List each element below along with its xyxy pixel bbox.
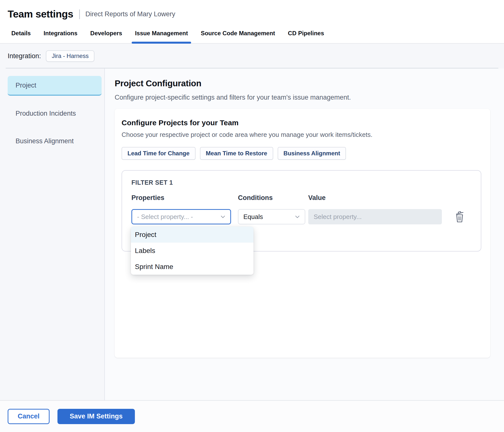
cancel-button[interactable]: Cancel bbox=[8, 409, 50, 424]
condition-select[interactable]: Equals bbox=[238, 209, 305, 224]
integration-chip[interactable]: Jira - Harness bbox=[46, 50, 94, 62]
chip-business-alignment[interactable]: Business Alignment bbox=[278, 147, 346, 160]
footer-bar: Cancel Save IM Settings bbox=[0, 400, 504, 432]
page-header: Team settings Direct Reports of Mary Low… bbox=[0, 0, 504, 26]
property-select[interactable]: - Select property... - bbox=[131, 209, 231, 224]
filter-row: - Select property... - Project Labels Sp… bbox=[131, 209, 474, 224]
property-select-placeholder: - Select property... - bbox=[137, 213, 193, 221]
card-title: Configure Projects for your Team bbox=[122, 119, 481, 127]
dropdown-option-labels[interactable]: Labels bbox=[131, 243, 253, 259]
metric-chips-row: Lead Time for Change Mean Time to Restor… bbox=[122, 147, 481, 160]
page-subtitle: Direct Reports of Mary Lowery bbox=[85, 10, 175, 18]
sidebar-item-project[interactable]: Project bbox=[8, 76, 102, 96]
sidebar: Project Production Incidents Business Al… bbox=[0, 69, 104, 400]
dropdown-option-project[interactable]: Project bbox=[131, 227, 253, 243]
integration-label: Integration: bbox=[8, 52, 41, 60]
title-divider bbox=[79, 9, 80, 19]
section-description: Configure project-specific settings and … bbox=[115, 94, 490, 101]
filter-set-title: FILTER SET 1 bbox=[131, 179, 474, 186]
configure-projects-card: Configure Projects for your Team Choose … bbox=[115, 109, 490, 358]
tab-integrations[interactable]: Integrations bbox=[44, 26, 77, 43]
tab-cd-pipelines[interactable]: CD Pipelines bbox=[288, 26, 324, 43]
card-description: Choose your respective project or code a… bbox=[122, 131, 481, 139]
tab-details[interactable]: Details bbox=[11, 26, 31, 43]
value-input-placeholder: Select property... bbox=[314, 213, 362, 221]
value-input[interactable]: Select property... bbox=[308, 209, 442, 224]
property-select-cell: - Select property... - Project Labels Sp… bbox=[131, 209, 238, 224]
conditions-column-label: Conditions bbox=[238, 194, 308, 202]
chevron-down-icon bbox=[294, 214, 300, 220]
sidebar-item-business-alignment[interactable]: Business Alignment bbox=[8, 131, 102, 151]
chip-mean-time-to-restore[interactable]: Mean Time to Restore bbox=[200, 147, 273, 160]
tab-issue-management[interactable]: Issue Management bbox=[135, 26, 188, 43]
filter-set-card: FILTER SET 1 Properties Conditions Value… bbox=[122, 170, 481, 252]
filter-column-labels: Properties Conditions Value bbox=[131, 194, 474, 202]
content-area: Integration: Jira - Harness Project Prod… bbox=[0, 44, 504, 400]
main-panel: Project Configuration Configure project-… bbox=[104, 69, 504, 400]
integration-row: Integration: Jira - Harness bbox=[0, 44, 504, 68]
value-column-label: Value bbox=[308, 194, 474, 202]
team-settings-page: Team settings Direct Reports of Mary Low… bbox=[0, 0, 504, 432]
page-title: Team settings bbox=[8, 8, 73, 20]
tab-bar: Details Integrations Developers Issue Ma… bbox=[0, 26, 504, 44]
save-button[interactable]: Save IM Settings bbox=[57, 409, 135, 424]
section-heading: Project Configuration bbox=[115, 78, 490, 88]
sidebar-item-production-incidents[interactable]: Production Incidents bbox=[8, 104, 102, 123]
tab-source-code-management[interactable]: Source Code Management bbox=[201, 26, 275, 43]
trash-icon bbox=[454, 211, 465, 223]
chevron-down-icon bbox=[220, 214, 226, 220]
property-dropdown: Project Labels Sprint Name bbox=[131, 227, 253, 275]
properties-column-label: Properties bbox=[131, 194, 238, 202]
condition-select-cell: Equals bbox=[238, 209, 308, 224]
tab-developers[interactable]: Developers bbox=[90, 26, 122, 43]
dropdown-option-sprint-name[interactable]: Sprint Name bbox=[131, 259, 253, 275]
condition-select-value: Equals bbox=[243, 213, 263, 221]
chip-lead-time-for-change[interactable]: Lead Time for Change bbox=[122, 147, 196, 160]
delete-filter-button[interactable] bbox=[453, 210, 466, 224]
settings-body: Project Production Incidents Business Al… bbox=[0, 69, 504, 400]
